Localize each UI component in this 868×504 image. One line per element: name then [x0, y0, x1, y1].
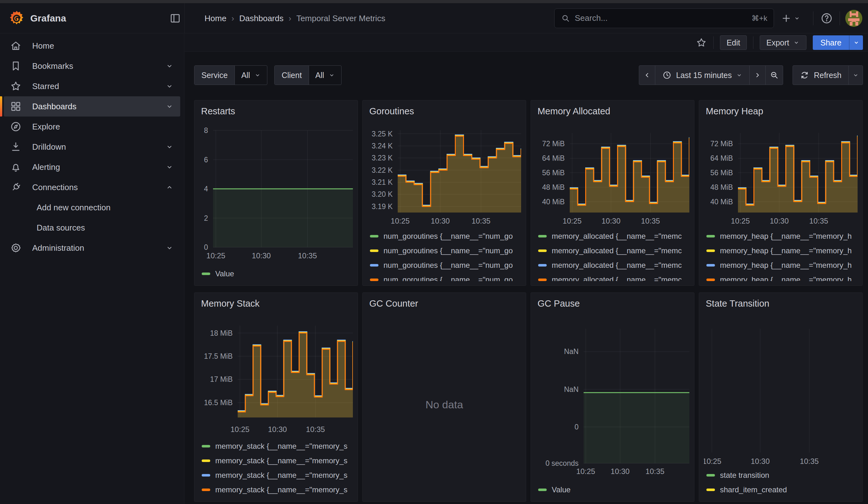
- export-button[interactable]: Export: [760, 35, 806, 50]
- legend-item: num_goroutines {__name__="num_go: [370, 229, 521, 244]
- x-tick-label: 10:35: [306, 425, 325, 434]
- chart-goroutines[interactable]: 3.25 K3.24 K3.23 K3.22 K3.21 K3.20 K3.19…: [368, 119, 521, 229]
- share-options-chevron[interactable]: [849, 35, 863, 50]
- chart-memory-stack[interactable]: 18 MiB17.5 MiB17 MiB16.5 MiB10:2510:3010…: [199, 312, 353, 439]
- sidebar-item-add-new-connection[interactable]: Add new connection: [4, 197, 180, 218]
- legend-item: memory_heap {__name__="memory_h: [706, 229, 858, 244]
- time-shift-forward-button[interactable]: [749, 65, 766, 85]
- legend-item: num_goroutines {__name__="num_go: [370, 244, 521, 258]
- panel-legend: memory_stack {__name__="memory_smemory_s…: [202, 439, 353, 497]
- edit-button[interactable]: Edit: [720, 35, 747, 50]
- chart-restarts[interactable]: 8642010:2510:3010:35: [199, 119, 353, 267]
- legend-label[interactable]: memory_allocated {__name__="memc: [552, 246, 682, 255]
- legend-label[interactable]: memory_heap {__name__="memory_h: [720, 246, 851, 255]
- user-avatar[interactable]: [845, 10, 862, 27]
- panel-gc-pause: GC PauseNaNNaN00 seconds10:2510:3010:35V…: [530, 292, 694, 502]
- legend-label[interactable]: memory_stack {__name__="memory_s: [215, 485, 348, 494]
- legend-item: memory_stack {__name__="memory_s: [202, 483, 353, 497]
- chevron-down-icon[interactable]: [166, 143, 173, 151]
- y-tick-label: 0: [204, 243, 208, 251]
- legend-label[interactable]: num_goroutines {__name__="num_go: [383, 232, 513, 240]
- legend-label[interactable]: shard_item_created: [720, 485, 787, 494]
- chevron-up-icon[interactable]: [166, 184, 173, 191]
- add-new-button[interactable]: [781, 13, 800, 24]
- search-box[interactable]: ⌘+k: [554, 9, 774, 28]
- panel-legend: num_goroutines {__name__="num_gonum_goro…: [370, 229, 521, 281]
- chart-memory-allocated[interactable]: 72 MiB64 MiB56 MiB48 MiB40 MiB10:2510:30…: [536, 119, 689, 229]
- chevron-down-icon[interactable]: [166, 103, 173, 110]
- breadcrumb-home[interactable]: Home: [205, 13, 226, 23]
- panel-legend: Value: [202, 267, 353, 281]
- legend-label[interactable]: num_goroutines {__name__="num_go: [383, 275, 513, 281]
- sidebar-item-connections[interactable]: Connections: [4, 177, 180, 197]
- chevron-down-icon: [736, 72, 742, 78]
- breadcrumb-current-page: Temporal Server Metrics: [296, 13, 385, 23]
- search-input[interactable]: [575, 13, 747, 23]
- breadcrumb-dashboards[interactable]: Dashboards: [239, 13, 283, 23]
- client-filter-value[interactable]: All: [309, 66, 341, 85]
- panel-title[interactable]: Memory Heap: [706, 106, 858, 119]
- panel-title[interactable]: Restarts: [201, 106, 353, 119]
- chart-state-transition[interactable]: 10:2510:3010:35: [704, 312, 858, 468]
- legend-label[interactable]: memory_stack {__name__="memory_s: [215, 456, 348, 465]
- legend-label[interactable]: memory_allocated {__name__="memc: [552, 261, 682, 270]
- legend-label[interactable]: Value: [215, 269, 234, 278]
- chart-memory-heap[interactable]: 72 MiB64 MiB56 MiB48 MiB40 MiB10:2510:30…: [704, 119, 858, 229]
- legend-label[interactable]: num_goroutines {__name__="num_go: [383, 261, 513, 270]
- sidebar-item-explore[interactable]: Explore: [4, 116, 180, 137]
- sidebar-toggle-icon[interactable]: [169, 12, 181, 24]
- legend-swatch: [370, 264, 379, 267]
- legend-label[interactable]: memory_allocated {__name__="memc: [552, 275, 682, 281]
- refresh-interval-chevron[interactable]: [848, 65, 863, 85]
- share-button[interactable]: Share: [813, 35, 849, 50]
- chevron-down-icon[interactable]: [166, 62, 173, 70]
- time-shift-back-button[interactable]: [639, 65, 655, 85]
- refresh-button[interactable]: Refresh: [793, 65, 849, 85]
- legend-swatch: [538, 235, 547, 237]
- apps-icon: [9, 101, 22, 112]
- legend-label[interactable]: memory_heap {__name__="memory_h: [720, 275, 851, 281]
- legend-label[interactable]: memory_allocated {__name__="memc: [552, 232, 682, 240]
- legend-label[interactable]: memory_stack {__name__="memory_s: [215, 471, 348, 480]
- sidebar-item-data-sources[interactable]: Data sources: [4, 218, 180, 238]
- sidebar-item-administration[interactable]: Administration: [4, 238, 180, 258]
- sidebar-item-bookmarks[interactable]: Bookmarks: [4, 56, 180, 76]
- brand-label: Grafana: [30, 13, 66, 24]
- grafana-logo[interactable]: [8, 10, 25, 27]
- y-tick-label: 0: [575, 423, 579, 431]
- legend-label[interactable]: Value: [552, 485, 571, 494]
- panel-title[interactable]: Memory Allocated: [538, 106, 689, 119]
- panel-state-transition: State Transition10:2510:3010:35state tra…: [699, 292, 862, 502]
- star-dashboard-button[interactable]: [696, 37, 707, 48]
- no-data-message: No data: [368, 312, 521, 497]
- chevron-down-icon[interactable]: [166, 244, 173, 252]
- x-tick-label: 10:30: [252, 251, 271, 260]
- sidebar-item-alerting[interactable]: Alerting: [4, 157, 180, 177]
- zoom-out-time-button[interactable]: [765, 65, 783, 85]
- legend-item: shard_item_created: [706, 483, 858, 497]
- bookmark-icon: [9, 60, 22, 72]
- service-filter-value[interactable]: All: [235, 66, 267, 85]
- legend-label[interactable]: memory_heap {__name__="memory_h: [720, 232, 851, 240]
- topbar-divider: [184, 3, 185, 33]
- sidebar-item-starred[interactable]: Starred: [4, 76, 180, 96]
- sidebar-item-drilldown[interactable]: Drilldown: [4, 137, 180, 157]
- legend-label[interactable]: state transition: [720, 471, 769, 480]
- chevron-down-icon[interactable]: [166, 82, 173, 90]
- legend-label[interactable]: num_goroutines {__name__="num_go: [383, 246, 513, 255]
- panel-title[interactable]: Goroutines: [369, 106, 521, 119]
- y-tick-label: 56 MiB: [710, 169, 733, 177]
- chevron-down-icon[interactable]: [166, 163, 173, 171]
- legend-label[interactable]: memory_stack {__name__="memory_s: [215, 442, 348, 451]
- y-tick-label: 8: [204, 126, 208, 134]
- help-icon[interactable]: [820, 12, 833, 25]
- legend-label[interactable]: memory_heap {__name__="memory_h: [720, 261, 851, 270]
- panel-title[interactable]: GC Pause: [538, 298, 689, 312]
- panel-title[interactable]: State Transition: [706, 298, 858, 312]
- panel-title[interactable]: Memory Stack: [201, 298, 353, 312]
- sidebar-item-home[interactable]: Home: [4, 36, 180, 56]
- chart-gc-pause[interactable]: NaNNaN00 seconds10:2510:3010:35: [536, 312, 689, 483]
- sidebar-item-dashboards[interactable]: Dashboards: [4, 96, 180, 116]
- panel-title[interactable]: GC Counter: [369, 298, 521, 312]
- time-range-picker[interactable]: Last 15 minutes: [655, 65, 750, 85]
